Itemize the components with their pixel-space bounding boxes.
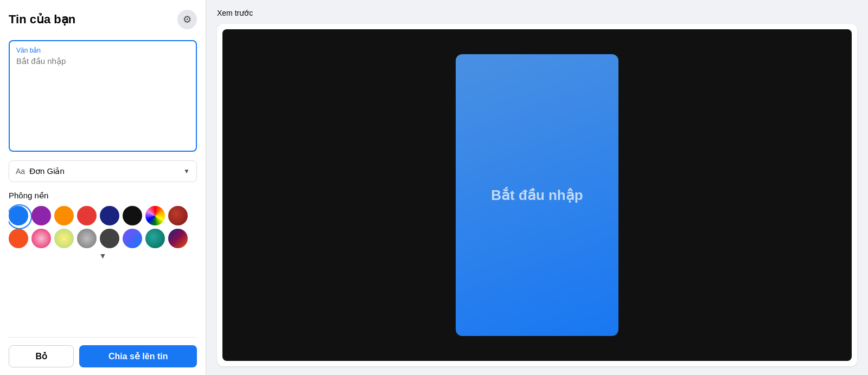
share-button[interactable]: Chia sẻ lên tin	[79, 345, 197, 367]
preview-container: Bắt đầu nhập	[217, 24, 857, 366]
panel-header: Tin của bạn ⚙	[9, 10, 197, 29]
font-selector[interactable]: Aa Đơn Giản ▼	[9, 160, 197, 182]
font-aa-label: Aa	[16, 167, 25, 176]
color-circle-rainbow-grad[interactable]	[145, 206, 165, 225]
expand-colors-button[interactable]: ▼	[9, 251, 197, 260]
panel-title: Tin của bạn	[9, 12, 75, 27]
background-section-label: Phông nền	[9, 191, 197, 201]
color-circle-purple-solid[interactable]	[31, 206, 51, 225]
color-circle-black-solid[interactable]	[123, 206, 142, 225]
color-circle-orange2-solid[interactable]	[9, 229, 28, 248]
color-circle-darkgray-solid[interactable]	[100, 229, 119, 248]
color-circle-gray-grad[interactable]	[77, 229, 97, 248]
color-circle-green-grad[interactable]	[145, 229, 165, 248]
color-circle-pinklight-grad[interactable]	[31, 229, 51, 248]
text-field-label: Văn bản	[16, 47, 189, 54]
text-input[interactable]	[16, 56, 189, 143]
preview-placeholder-text: Bắt đầu nhập	[491, 187, 583, 204]
bottom-buttons: Bỏ Chia sẻ lên tin	[9, 337, 197, 375]
font-name-label: Đơn Giản	[29, 166, 183, 176]
color-circle-yellowgreen-grad[interactable]	[54, 229, 74, 248]
color-circle-blue-solid[interactable]	[9, 206, 28, 225]
right-panel: Xem trước Bắt đầu nhập	[206, 0, 868, 375]
color-circle-brownred-grad[interactable]	[168, 206, 188, 225]
color-circle-navy-solid[interactable]	[100, 206, 119, 225]
text-area-wrapper: Văn bản	[9, 40, 197, 152]
gear-button[interactable]: ⚙	[177, 10, 197, 29]
left-panel-content: Văn bản Aa Đơn Giản ▼ Phông nền ▼	[9, 40, 197, 337]
chevron-down-icon: ▼	[183, 167, 190, 175]
preview-stage: Bắt đầu nhập	[222, 29, 852, 361]
preview-label: Xem trước	[217, 9, 857, 17]
left-panel: Tin của bạn ⚙ Văn bản Aa Đơn Giản ▼ Phôn…	[0, 0, 206, 375]
color-circle-purpleblue-grad[interactable]	[123, 229, 142, 248]
color-grid	[9, 206, 197, 248]
color-circle-darkmulti-grad[interactable]	[168, 229, 188, 248]
preview-card: Bắt đầu nhập	[456, 54, 618, 336]
background-section: Phông nền ▼	[9, 191, 197, 260]
color-circle-red-solid[interactable]	[77, 206, 97, 225]
cancel-button[interactable]: Bỏ	[9, 345, 74, 367]
color-circle-orange-solid[interactable]	[54, 206, 74, 225]
gear-icon: ⚙	[183, 14, 192, 25]
